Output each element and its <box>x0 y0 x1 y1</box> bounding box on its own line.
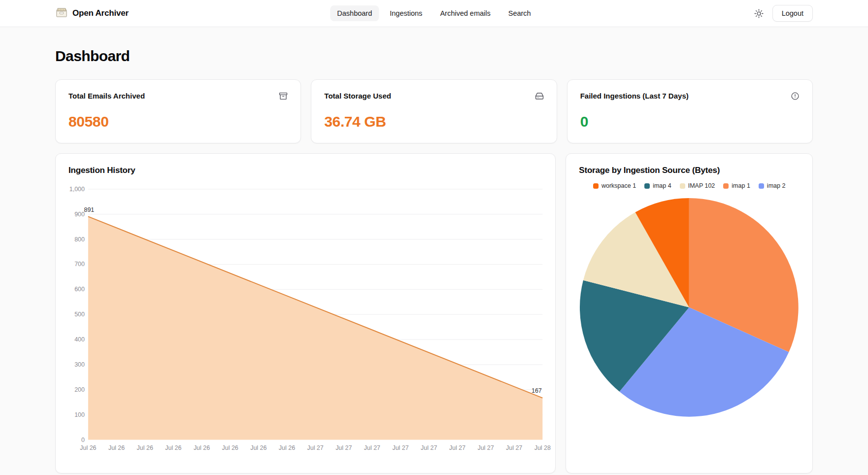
svg-text:Jul 27: Jul 27 <box>335 444 352 451</box>
svg-text:Jul 27: Jul 27 <box>506 444 522 451</box>
logout-button[interactable]: Logout <box>772 5 813 22</box>
nav-item-archived-emails[interactable]: Archived emails <box>433 5 497 21</box>
stat-title: Total Emails Archived <box>68 92 145 100</box>
svg-text:Jul 27: Jul 27 <box>392 444 408 451</box>
svg-text:Jul 28: Jul 28 <box>534 444 551 451</box>
svg-text:100: 100 <box>74 411 85 418</box>
nav-item-search[interactable]: Search <box>501 5 538 21</box>
legend-label: imap 1 <box>732 182 750 189</box>
charts-row: Ingestion History 0100200300400500600700… <box>55 153 813 474</box>
svg-text:500: 500 <box>74 311 85 318</box>
svg-text:Jul 26: Jul 26 <box>222 444 238 451</box>
brand-title: Open Archiver <box>72 8 129 18</box>
svg-text:1,000: 1,000 <box>69 186 85 193</box>
legend-label: imap 4 <box>653 182 671 189</box>
svg-text:800: 800 <box>74 236 85 243</box>
nav-item-ingestions[interactable]: Ingestions <box>383 5 429 21</box>
legend-item[interactable]: imap 2 <box>759 182 786 189</box>
ingestion-history-card: Ingestion History 0100200300400500600700… <box>55 153 556 474</box>
alert-circle-icon <box>791 92 800 101</box>
pie-legend: workspace 1imap 4IMAP 102imap 1imap 2 <box>579 182 800 189</box>
ingestion-history-title: Ingestion History <box>68 166 542 175</box>
svg-text:900: 900 <box>74 211 85 218</box>
legend-label: IMAP 102 <box>688 182 715 189</box>
svg-text:Jul 26: Jul 26 <box>279 444 295 451</box>
svg-text:300: 300 <box>74 361 85 368</box>
svg-text:400: 400 <box>74 336 85 343</box>
legend-swatch <box>723 183 729 189</box>
svg-text:Jul 27: Jul 27 <box>307 444 323 451</box>
svg-text:200: 200 <box>74 386 85 393</box>
app-header: Open Archiver Dashboard Ingestions Archi… <box>0 0 868 27</box>
legend-swatch <box>680 183 685 189</box>
legend-item[interactable]: workspace 1 <box>593 182 636 189</box>
main-nav: Dashboard Ingestions Archived emails Sea… <box>330 5 537 21</box>
stat-title: Total Storage Used <box>324 92 391 100</box>
stat-card-total-emails: Total Emails Archived 80580 <box>55 79 301 143</box>
page-title: Dashboard <box>55 48 813 65</box>
ingestion-history-chart: 01002003004005006007008009001,000Jul 26J… <box>68 180 542 461</box>
stat-card-failed-ingestions: Failed Ingestions (Last 7 Days) 0 <box>567 79 813 143</box>
svg-text:Jul 27: Jul 27 <box>449 444 466 451</box>
nav-item-dashboard[interactable]: Dashboard <box>330 5 379 21</box>
svg-text:600: 600 <box>74 286 85 293</box>
legend-swatch <box>759 183 764 189</box>
stat-cards-row: Total Emails Archived 80580 Total Storag… <box>55 79 813 143</box>
svg-text:Jul 27: Jul 27 <box>421 444 437 451</box>
legend-item[interactable]: imap 4 <box>644 182 671 189</box>
stat-value: 36.74 GB <box>324 113 543 130</box>
stat-card-total-storage: Total Storage Used 36.74 GB <box>311 79 557 143</box>
stat-value: 0 <box>580 113 800 130</box>
svg-text:Jul 26: Jul 26 <box>80 444 96 451</box>
storage-by-source-card: Storage by Ingestion Source (Bytes) work… <box>566 153 813 474</box>
svg-text:Jul 27: Jul 27 <box>477 444 494 451</box>
svg-text:Jul 27: Jul 27 <box>364 444 380 451</box>
legend-label: imap 2 <box>767 182 786 189</box>
stat-title: Failed Ingestions (Last 7 Days) <box>580 92 689 100</box>
archive-icon <box>279 92 288 101</box>
legend-swatch <box>593 183 599 189</box>
brand-logo-icon <box>55 6 68 21</box>
legend-item[interactable]: IMAP 102 <box>680 182 715 189</box>
legend-item[interactable]: imap 1 <box>723 182 750 189</box>
svg-text:700: 700 <box>74 261 85 268</box>
svg-text:Jul 26: Jul 26 <box>137 444 153 451</box>
svg-text:Jul 26: Jul 26 <box>194 444 210 451</box>
stat-value: 80580 <box>68 113 288 130</box>
storage-pie-title: Storage by Ingestion Source (Bytes) <box>579 166 800 175</box>
svg-text:167: 167 <box>532 387 542 394</box>
legend-swatch <box>644 183 650 189</box>
sun-icon <box>754 9 764 18</box>
svg-text:Jul 26: Jul 26 <box>250 444 267 451</box>
svg-text:891: 891 <box>84 206 95 213</box>
theme-toggle-button[interactable] <box>754 9 764 18</box>
svg-text:Jul 26: Jul 26 <box>108 444 125 451</box>
svg-text:Jul 26: Jul 26 <box>165 444 181 451</box>
hard-drive-icon <box>535 92 544 101</box>
svg-text:0: 0 <box>81 437 85 443</box>
dashboard-page: Dashboard Total Emails Archived 80580 To… <box>55 48 813 474</box>
legend-label: workspace 1 <box>601 182 636 189</box>
brand[interactable]: Open Archiver <box>55 6 129 21</box>
storage-pie-chart <box>579 197 800 418</box>
